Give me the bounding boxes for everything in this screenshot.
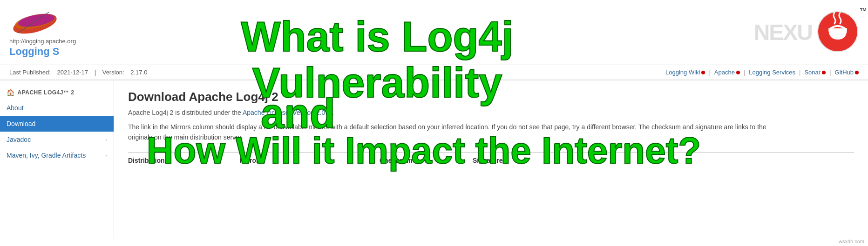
red-dot-icon <box>701 71 705 74</box>
logo-title: Logging S <box>9 46 60 58</box>
nav-link-logging-wiki[interactable]: Logging Wiki <box>665 69 705 76</box>
col-mirrors: Mirrors <box>231 157 370 164</box>
sidebar-item-artifacts-label: Maven, Ivy, Gradle Artifacts <box>7 152 86 159</box>
version-label: Version: <box>102 69 124 76</box>
site-logo: http://logging.apache.org Logging S <box>9 7 76 58</box>
sidebar-item-javadoc-label: Javadoc <box>7 136 31 143</box>
header-right: NEXU ™ <box>754 11 859 54</box>
navbar-separator: | <box>95 69 96 76</box>
nexu-logo: NEXU <box>754 20 812 45</box>
nav-link-logging-services-label: Logging Services <box>749 69 795 76</box>
chevron-right-icon-2: › <box>105 153 107 158</box>
nav-sep-1: | <box>709 69 710 76</box>
sidebar: 🏠 APACHE LOG4J™ 2 About Download Javadoc… <box>0 80 114 239</box>
nav-sep-2: | <box>744 69 745 76</box>
sonar-icon <box>817 11 859 53</box>
sidebar-item-about[interactable]: About <box>0 100 114 116</box>
table-header: Distribution Mirrors Checksum Signature <box>128 152 854 168</box>
sidebar-header-label: APACHE LOG4J™ 2 <box>18 89 75 96</box>
nav-link-logging-wiki-label: Logging Wiki <box>665 69 700 76</box>
nav-link-sonar-label: Sonar <box>804 69 821 76</box>
content-title: Download Apache Log4j 2 <box>128 90 854 104</box>
navbar-meta: Last Published: 2021-12-17 | Version: 2.… <box>9 69 152 76</box>
content-description: The link in the Mirrors column should di… <box>128 122 780 143</box>
nav-link-apache-label: Apache <box>714 69 735 76</box>
col-signature: Signature <box>463 157 503 164</box>
red-dot-icon-2 <box>736 71 740 74</box>
nav-sep-4: | <box>829 69 831 76</box>
content-area: Download Apache Log4j 2 Apache Log4j 2 i… <box>114 80 868 239</box>
sidebar-item-download-label: Download <box>7 120 35 127</box>
chevron-right-icon: › <box>105 137 107 142</box>
sidebar-item-javadoc[interactable]: Javadoc › <box>0 132 114 147</box>
col-checksum: Checksum <box>370 157 463 164</box>
nav-sep-3: | <box>799 69 800 76</box>
sidebar-item-download[interactable]: Download <box>0 116 114 132</box>
nav-link-github-label: GitHub <box>835 69 854 76</box>
version-value: 2.17.0 <box>130 69 147 76</box>
nav-link-sonar[interactable]: Sonar <box>804 69 826 76</box>
main-layout: 🏠 APACHE LOG4J™ 2 About Download Javadoc… <box>0 80 868 239</box>
sonar-logo-container: ™ <box>817 11 859 54</box>
navbar: Last Published: 2021-12-17 | Version: 2.… <box>0 65 868 80</box>
feather-icon <box>9 7 61 38</box>
sidebar-header: 🏠 APACHE LOG4J™ 2 <box>0 85 114 100</box>
content-subtitle: Apache Log4j 2 is distributed under the … <box>128 109 854 116</box>
apache-license-link[interactable]: Apache License, Version 2.0 <box>243 109 325 116</box>
last-published-label: Last Published: <box>9 69 51 76</box>
red-dot-icon-3 <box>822 71 826 74</box>
sidebar-item-artifacts[interactable]: Maven, Ivy, Gradle Artifacts › <box>0 147 114 163</box>
nav-link-github[interactable]: GitHub <box>835 69 859 76</box>
red-dot-icon-4 <box>855 71 859 74</box>
sidebar-item-about-label: About <box>7 104 24 112</box>
navbar-links: Logging Wiki | Apache | Logging Services… <box>665 69 859 76</box>
nav-link-logging-services[interactable]: Logging Services <box>749 69 795 76</box>
nav-link-apache[interactable]: Apache <box>714 69 740 76</box>
tm-mark: ™ <box>860 7 867 15</box>
red-dot-icon-5 <box>328 111 332 115</box>
page-header: http://logging.apache.org Logging S NEXU… <box>0 0 868 65</box>
home-icon: 🏠 <box>7 89 15 96</box>
logo-url: http://logging.apache.org <box>9 38 76 45</box>
last-published-value: 2021-12-17 <box>57 69 88 76</box>
col-distribution: Distribution <box>128 157 231 164</box>
